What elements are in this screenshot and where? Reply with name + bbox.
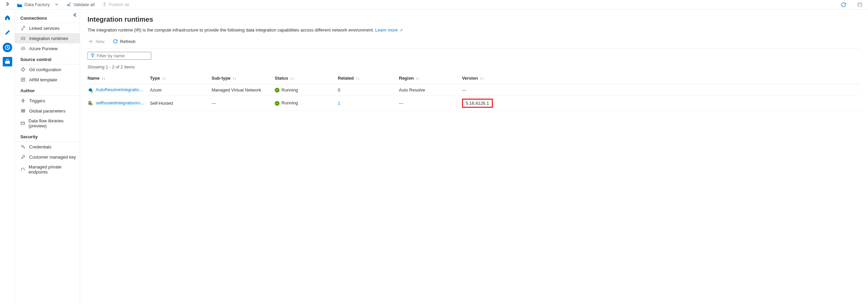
- svg-rect-22: [89, 101, 91, 102]
- cell-status: ✓Running: [275, 96, 338, 110]
- col-related[interactable]: Related↑↓: [338, 72, 399, 84]
- page-title: Integration runtimes: [88, 16, 861, 23]
- collapse-sidebar-icon[interactable]: [72, 13, 76, 18]
- factory-icon: [17, 2, 22, 7]
- version-highlight: 5.16.8126.1: [462, 99, 493, 108]
- sort-icon[interactable]: ↑↓: [290, 76, 294, 80]
- learn-more-link[interactable]: Learn more ↗: [375, 27, 403, 33]
- sort-icon[interactable]: ↑↓: [101, 76, 105, 80]
- svg-rect-0: [17, 5, 22, 7]
- cell-type: Self-Hosted: [150, 96, 212, 110]
- sidebar-item-triggers[interactable]: Triggers: [15, 96, 80, 106]
- cell-related: 0: [338, 84, 399, 96]
- svg-point-7: [22, 38, 23, 39]
- filter-icon: [91, 53, 95, 58]
- col-subtype[interactable]: Sub-type↑↓: [212, 72, 275, 84]
- cell-related[interactable]: 1: [338, 96, 399, 110]
- sidebar-item-linked-services[interactable]: Linked services: [15, 23, 80, 33]
- col-version[interactable]: Version↑↓: [462, 72, 861, 84]
- showing-count: Showing 1 - 2 of 2 items: [88, 64, 861, 69]
- sort-icon[interactable]: ↑↓: [233, 76, 236, 80]
- endpoint-icon: [20, 167, 25, 172]
- col-type[interactable]: Type↑↓: [150, 72, 212, 84]
- sidebar-item-label: ARM template: [29, 77, 57, 82]
- svg-rect-6: [21, 37, 25, 40]
- filter-input[interactable]: [97, 53, 154, 58]
- validate-label: Validate all: [73, 2, 95, 7]
- sidebar-group-title: Connections: [15, 12, 80, 23]
- svg-rect-3: [859, 3, 861, 5]
- svg-rect-1: [17, 4, 19, 5]
- cell-type: Azure: [150, 84, 212, 96]
- sidebar-item-label: Global parameters: [29, 108, 65, 114]
- table-header-row: Name↑↓ Type↑↓ Sub-type↑↓ Status↑↓ Relate…: [88, 72, 861, 84]
- col-region[interactable]: Region↑↓: [399, 72, 462, 84]
- sidebar-item-customer-managed-key[interactable]: Customer managed key: [15, 152, 80, 162]
- sidebar-item-arm-template[interactable]: ARM template: [15, 75, 80, 85]
- new-button[interactable]: New: [88, 37, 105, 45]
- sidebar-item-integration-runtimes[interactable]: Integration runtimes: [15, 33, 80, 43]
- sidebar-item-git-configuration[interactable]: Git configuration: [15, 64, 80, 75]
- main-content: Integration runtimes The integration run…: [80, 9, 868, 304]
- sidebar-item-azure-purview[interactable]: Azure Purview: [15, 43, 80, 54]
- eye-icon: [20, 46, 26, 51]
- filter-box[interactable]: [88, 52, 151, 60]
- sort-icon[interactable]: ↑↓: [356, 76, 360, 80]
- link-icon: [20, 25, 26, 31]
- cell-name[interactable]: AutoResolveIntegrationR...: [88, 84, 150, 96]
- ir-table: Name↑↓ Type↑↓ Sub-type↑↓ Status↑↓ Relate…: [88, 72, 861, 111]
- cell-version: ---: [462, 84, 861, 96]
- sidebar-item-global-parameters[interactable]: Global parameters: [15, 106, 80, 116]
- plus-icon: [88, 39, 94, 44]
- sidebar-item-data-flow-libraries-preview-[interactable]: Data flow libraries (preview): [15, 116, 80, 131]
- feedback-icon[interactable]: [856, 1, 863, 8]
- cell-subtype: ---: [212, 96, 275, 110]
- rail-home-button[interactable]: [2, 12, 13, 23]
- table-row: selfhostedintegrationrun...Self-Hosted--…: [88, 96, 861, 110]
- svg-point-18: [22, 145, 23, 147]
- svg-point-11: [23, 70, 23, 70]
- param-icon: [20, 108, 26, 114]
- sidebar-item-label: Integration runtimes: [29, 36, 68, 41]
- sidebar-item-label: Managed private endpoints: [28, 164, 76, 175]
- svg-rect-17: [21, 122, 24, 125]
- sidebar-item-label: Triggers: [29, 98, 45, 103]
- sidebar-item-managed-private-endpoints[interactable]: Managed private endpoints: [15, 162, 80, 177]
- sidebar-item-label: Data flow libraries (preview): [28, 118, 76, 128]
- rail-manage-button[interactable]: [3, 57, 12, 66]
- breadcrumb-data-factory[interactable]: Data Factory: [15, 1, 60, 8]
- sidebar-item-credentials[interactable]: Credentials: [15, 142, 80, 152]
- col-name[interactable]: Name↑↓: [88, 72, 150, 84]
- svg-rect-16: [23, 111, 25, 112]
- rail-monitor-button[interactable]: [2, 42, 13, 53]
- svg-rect-23: [89, 102, 91, 103]
- publish-label: Publish all: [109, 2, 129, 7]
- sort-icon[interactable]: ↑↓: [416, 76, 420, 80]
- sort-icon[interactable]: ↑↓: [162, 76, 166, 80]
- nav-rail: [0, 9, 15, 304]
- rail-author-button[interactable]: [2, 27, 13, 38]
- publish-icon: [102, 2, 107, 7]
- status-success-icon: ✓: [275, 101, 279, 106]
- validate-all-button[interactable]: Validate all: [65, 1, 96, 8]
- top-bar: Data Factory Validate all Publish all: [0, 0, 868, 9]
- template-icon: [20, 77, 26, 82]
- sidebar-group-title: Security: [15, 131, 80, 142]
- sidebar: ConnectionsLinked servicesIntegration ru…: [15, 9, 80, 304]
- sidebar-group-title: Source control: [15, 54, 80, 64]
- expand-icon[interactable]: [6, 2, 10, 7]
- sidebar-item-label: Git configuration: [29, 67, 61, 72]
- cell-version: 5.16.8126.1: [462, 96, 861, 110]
- external-link-icon: ↗: [400, 28, 403, 32]
- col-status[interactable]: Status↑↓: [275, 72, 338, 84]
- svg-rect-14: [23, 109, 25, 110]
- refresh-button[interactable]: Refresh: [112, 37, 136, 45]
- runtime-icon: [20, 36, 26, 41]
- sort-icon[interactable]: ↑↓: [480, 76, 484, 80]
- selfhost-ir-icon: [88, 100, 93, 106]
- svg-point-10: [23, 68, 23, 69]
- cell-name[interactable]: selfhostedintegrationrun...: [88, 96, 150, 110]
- refresh-global-icon[interactable]: [840, 1, 847, 8]
- cell-subtype: Managed Virtual Network: [212, 84, 275, 96]
- sidebar-item-label: Azure Purview: [29, 46, 58, 51]
